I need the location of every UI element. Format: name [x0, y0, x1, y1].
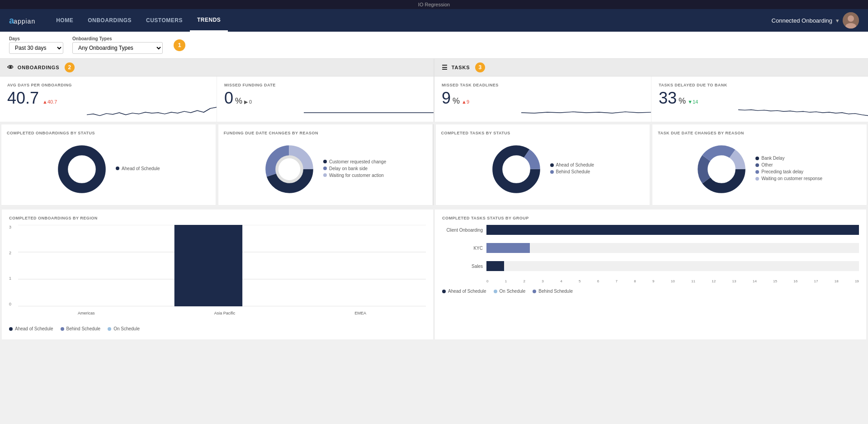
nav-onboardings[interactable]: ONBOARDINGS	[80, 9, 139, 32]
donut-area-3: Ahead of Schedule Behind Schedule	[441, 140, 645, 199]
days-select[interactable]: Past 30 days	[9, 42, 63, 54]
stat-delayed-bank-label: TASKS DELAYED DUE TO BANK	[659, 83, 861, 87]
top-bar-title: IO Regression	[418, 2, 450, 7]
stat-delayed-bank: TASKS DELAYED DUE TO BANK 33 % ▼14	[651, 76, 868, 122]
svg-point-12	[505, 158, 527, 180]
chart-funding-due-date: FUNDING DUE DATE CHANGES BY REASON Custo…	[218, 124, 434, 205]
legend-region-behind: Behind Schedule	[61, 326, 101, 331]
x-label-emea: EMEA	[354, 311, 366, 315]
onboardings-label: ONBOARDINGS	[18, 65, 60, 70]
chevron-down-icon: ▾	[836, 17, 839, 24]
legend-region-on: On Schedule	[108, 326, 140, 331]
stat-avg-days: AVG DAYS PER ONBOARDING 40.7 ▲40.7	[0, 76, 217, 122]
donut-legend-2: Customer requested change Delay on bank …	[323, 159, 386, 180]
legend-customer: Customer requested change	[323, 159, 386, 164]
nav-customers[interactable]: CUSTOMERS	[139, 9, 190, 32]
stat-delayed-bank-value: 33	[659, 90, 677, 106]
stat-missed-deadlines: MISSED TASK DEADLINES 9 % ▲9	[434, 76, 651, 122]
stat-missed-funding-change: ▶ 0	[244, 99, 252, 105]
onboardings-badge: 2	[65, 62, 75, 72]
hbar-kyc-fill	[486, 243, 530, 253]
hbar-sales: Sales	[442, 261, 859, 271]
hbar-sales-track	[486, 261, 859, 271]
stat-missed-funding-label: MISSED FUNDING DATE	[224, 83, 426, 87]
donut-legend-4: Bank Delay Other Preceding task delay Wa…	[755, 156, 822, 183]
types-select[interactable]: Any Onboarding Types	[72, 42, 163, 54]
legend-group-behind: Behind Schedule	[533, 289, 573, 294]
tasks-section-header: ☰ TASKS 3	[434, 59, 868, 76]
hbar-client-track	[486, 225, 859, 235]
nav-home[interactable]: HOME	[49, 9, 80, 32]
nav: aappian HOME ONBOARDINGS CUSTOMERS TREND…	[0, 9, 868, 32]
legend-region-ahead: Ahead of Schedule	[9, 326, 53, 331]
legend-other: Other	[755, 162, 822, 167]
stat-missed-funding: MISSED FUNDING DATE 0 % ▶ 0	[217, 76, 434, 122]
chart-group-title: COMPLETED TASKS STATUS BY GROUP	[442, 216, 859, 220]
legend-bank-delay: Bank Delay	[755, 156, 822, 161]
chart-task-due-date-title: TASK DUE DATE CHANGES BY REASON	[658, 131, 861, 135]
x-label-asia: Asia Pacific	[214, 311, 236, 315]
stat-avg-days-label: AVG DAYS PER ONBOARDING	[7, 83, 209, 87]
hbar-kyc: KYC	[442, 243, 859, 253]
nav-links: HOME ONBOARDINGS CUSTOMERS TRENDS	[49, 9, 771, 32]
stat-missed-deadlines-value: 9	[442, 90, 451, 106]
donut-legend-1: Ahead of Schedule	[116, 166, 160, 173]
region-bars-svg	[18, 225, 426, 306]
group-chart-area: Client Onboarding KYC Sales	[442, 225, 859, 283]
legend-behind-tasks: Behind Schedule	[550, 169, 594, 174]
svg-point-9	[278, 158, 300, 180]
svg-point-1	[848, 15, 854, 22]
donut-area-4: Bank Delay Other Preceding task delay Wa…	[658, 140, 861, 199]
chart-group: COMPLETED TASKS STATUS BY GROUP Client O…	[435, 210, 866, 339]
donut-svg-3	[491, 144, 541, 194]
stat-delayed-bank-change: ▼14	[688, 99, 698, 105]
legend-ahead-1: Ahead of Schedule	[116, 166, 160, 171]
days-filter-group: Days Past 30 days	[9, 36, 63, 54]
chart-region: COMPLETED ONBOARDINGS BY REGION 0 1 2 3	[2, 210, 433, 339]
hbar-client-label: Client Onboarding	[442, 228, 483, 233]
appian-logo[interactable]: aappian	[9, 15, 35, 26]
nav-right: Connected Onboarding ▾	[772, 12, 859, 29]
chart-completed-status-title: COMPLETED ONBOARDINGS BY STATUS	[7, 131, 210, 135]
filter-bar: Days Past 30 days Onboarding Types Any O…	[0, 32, 868, 59]
chart-funding-title: FUNDING DUE DATE CHANGES BY REASON	[224, 131, 427, 135]
donut-area-2: Customer requested change Delay on bank …	[224, 140, 427, 199]
hbar-sales-label: Sales	[442, 264, 483, 269]
avatar[interactable]	[843, 12, 859, 29]
legend-group-ahead: Ahead of Schedule	[442, 289, 486, 294]
stat-avg-days-value: 40.7	[7, 90, 39, 106]
stat-avg-days-change: ▲40.7	[42, 99, 57, 105]
hbar-kyc-label: KYC	[442, 246, 483, 251]
donut-svg-4	[697, 144, 746, 194]
region-legend: Ahead of Schedule Behind Schedule On Sch…	[9, 326, 426, 333]
stats-section: AVG DAYS PER ONBOARDING 40.7 ▲40.7 MISSE…	[0, 76, 868, 122]
group-legend: Ahead of Schedule On Schedule Behind Sch…	[442, 289, 859, 295]
svg-rect-22	[175, 225, 242, 306]
tasks-label: TASKS	[452, 65, 470, 70]
donut-charts-row: COMPLETED ONBOARDINGS BY STATUS Ahead of…	[0, 122, 868, 208]
tasks-badge: 3	[475, 62, 485, 72]
tasks-stats: MISSED TASK DEADLINES 9 % ▲9 TASKS DELAY…	[434, 76, 868, 122]
stat-missed-funding-value: 0	[224, 90, 233, 106]
days-label: Days	[9, 36, 63, 41]
region-chart-area: 0 1 2 3	[9, 225, 426, 324]
hbar-client-fill	[486, 225, 859, 235]
chart-completed-tasks-title: COMPLETED TASKS BY STATUS	[441, 131, 645, 135]
nav-trends[interactable]: TRENDS	[190, 9, 228, 32]
legend-waiting: Waiting for customer action	[323, 173, 386, 178]
svg-point-17	[711, 158, 732, 180]
bottom-row: COMPLETED ONBOARDINGS BY REGION 0 1 2 3	[0, 208, 868, 341]
account-name[interactable]: Connected Onboarding	[772, 17, 832, 24]
x-label-americas: Americas	[78, 311, 95, 315]
legend-bank: Delay on bank side	[323, 166, 386, 171]
stat-missed-deadlines-label: MISSED TASK DEADLINES	[442, 83, 644, 87]
legend-ahead-tasks: Ahead of Schedule	[550, 162, 594, 167]
chart-region-title: COMPLETED ONBOARDINGS BY REGION	[9, 216, 426, 220]
hbar-kyc-track	[486, 243, 859, 253]
onboardings-stats: AVG DAYS PER ONBOARDING 40.7 ▲40.7 MISSE…	[0, 76, 434, 122]
hbar-client: Client Onboarding	[442, 225, 859, 235]
svg-point-4	[71, 158, 93, 180]
donut-area-1: Ahead of Schedule	[7, 140, 210, 199]
legend-preceding: Preceding task delay	[755, 169, 822, 174]
types-filter-group: Onboarding Types Any Onboarding Types	[72, 36, 163, 54]
